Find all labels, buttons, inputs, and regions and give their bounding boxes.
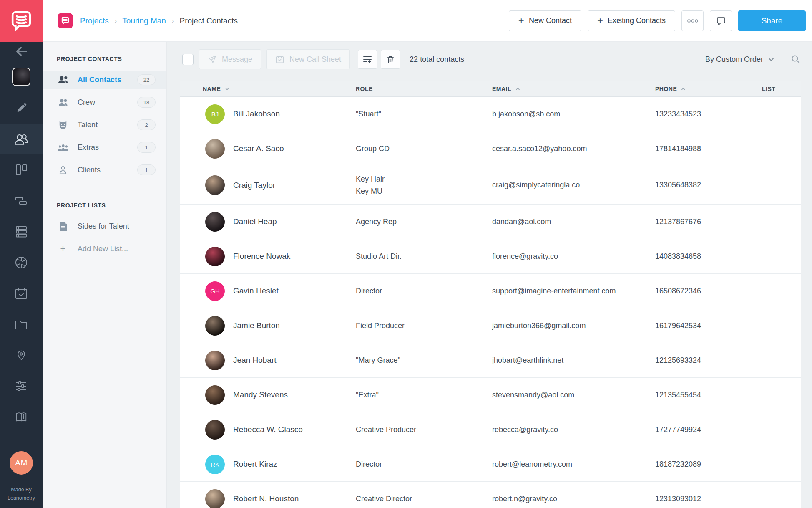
breadcrumb-project[interactable]: Touring Man [122,16,166,25]
sidebar-item-sides-for-talent[interactable]: Sides for Talent [43,217,166,235]
contact-phone: 12137867676 [655,216,762,228]
column-header-email[interactable]: EMAIL [492,86,655,92]
column-header-phone[interactable]: PHONE [655,86,762,92]
contact-avatar [205,385,225,405]
contact-name: Bill Jakobson [233,109,280,119]
table-row[interactable]: BJ Bill Jakobson "Stuart" b.jakobson@sb.… [180,97,801,131]
breadcrumb-separator: › [114,16,117,25]
contact-avatar: BJ [205,104,225,124]
all-contacts-icon [57,75,69,84]
new-call-sheet-button[interactable]: New Call Sheet [266,49,350,69]
contact-name: Rebecca W. Glasco [233,425,303,434]
rail-item-files[interactable] [0,309,43,340]
table-row[interactable]: GH Gavin Heslet Director support@imagine… [180,274,801,308]
sidebar-item-clients[interactable]: Clients 1 [43,161,166,179]
table-row[interactable]: Rebecca W. Glasco Creative Producer rebe… [180,412,801,447]
breadcrumb-current: Project Contacts [180,16,238,25]
contact-avatar [205,316,225,336]
search-button[interactable] [791,54,801,64]
calendar-check-icon [15,287,28,300]
search-icon [791,54,801,64]
left-rail: AM Made By Leanometry [0,42,43,508]
studiobinder-logo-icon [9,9,33,33]
column-header-name[interactable]: NAME [203,86,356,92]
contact-phone: 12313093012 [655,493,762,505]
sidebar-item-label: Talent [78,121,98,129]
filter-button[interactable] [358,50,377,69]
contact-email: b.jakobson@sb.com [492,108,655,120]
contact-role: "Extra" [356,389,492,401]
comments-button[interactable] [710,10,732,31]
sidebar-item-extras[interactable]: Extras 1 [43,138,166,157]
rail-item-boards[interactable] [0,154,43,185]
delete-button[interactable] [381,50,400,69]
contact-phone: 17277749924 [655,424,762,436]
contact-name: Jamie Burton [233,321,280,330]
rail-item-reports[interactable] [0,402,43,432]
sidebar-item-talent[interactable]: Talent 2 [43,116,166,134]
table-row[interactable]: Jamie Burton Field Producer jamieburton3… [180,308,801,343]
project-app-icon[interactable] [58,13,73,28]
contact-role: Creative Producer [356,424,492,436]
add-new-list-button[interactable]: + Add New List... [43,240,166,258]
talent-mask-icon [57,120,69,130]
existing-contacts-button[interactable]: + Existing Contacts [588,10,675,31]
rail-item-settings[interactable] [0,371,43,402]
breadcrumb-projects[interactable]: Projects [80,16,109,25]
sidebar-item-label: Extras [78,143,99,152]
contact-role: Group CD [356,143,492,155]
sort-order-dropdown[interactable]: By Custom Order [705,55,774,64]
column-header-list[interactable]: LIST [762,86,801,92]
rail-item-edit[interactable] [0,93,43,124]
table-row[interactable]: Craig Taylor Key HairKey MU craig@simply… [180,166,801,205]
rail-item-contacts[interactable] [0,124,43,154]
client-person-icon [57,165,69,175]
back-button[interactable] [0,42,43,61]
contact-phone: 12135455454 [655,389,762,401]
chevron-down-icon [768,58,774,61]
contact-phone: 16508672346 [655,285,762,297]
contact-phone: 18187232089 [655,458,762,470]
rail-item-shot-list[interactable] [0,185,43,216]
rail-item-stripboard[interactable] [0,216,43,247]
count-badge: 1 [137,164,156,175]
pencil-icon [15,102,28,114]
contact-avatar [205,175,225,195]
rail-item-locations[interactable] [0,340,43,371]
count-badge: 1 [137,142,156,153]
count-badge: 18 [137,97,156,108]
sort-chevron-icon [225,87,229,91]
contact-avatar [205,420,225,440]
select-all-checkbox[interactable] [182,54,194,65]
new-contact-button[interactable]: + New Contact [509,10,581,31]
more-options-button[interactable] [681,10,704,31]
contact-role: Director [356,458,492,470]
contact-role: Agency Rep [356,216,492,228]
table-row[interactable]: Florence Nowak Studio Art Dir. florence@… [180,239,801,274]
sidebar-item-crew[interactable]: Crew 18 [43,93,166,111]
column-header-role[interactable]: ROLE [356,86,492,92]
table-row[interactable]: Jean Hobart "Mary Grace" jhobart@earthli… [180,343,801,378]
table-row[interactable]: Daniel Heap Agency Rep dandan@aol.com 12… [180,205,801,239]
share-button[interactable]: Share [738,10,806,31]
table-row[interactable]: Cesar A. Saco Group CD cesar.a.saco12@ya… [180,131,801,166]
sidebar-item-label: All Contacts [78,76,121,84]
sidebar-item-all-contacts[interactable]: All Contacts 22 [43,71,166,89]
contact-name: Florence Nowak [233,252,290,261]
rail-item-calendar[interactable] [0,278,43,309]
contact-email: rebecca@gravity.co [492,424,655,436]
user-avatar[interactable]: AM [10,451,33,475]
table-row[interactable]: Robert N. Houston Creative Director robe… [180,482,801,508]
table-row[interactable]: RK Robert Kiraz Director robert@leanomet… [180,447,801,482]
table-row[interactable]: Mandy Stevens "Extra" stevensmandy@aol.c… [180,378,801,412]
plus-icon: + [57,244,69,253]
rail-item-shots[interactable] [0,247,43,278]
project-thumbnail[interactable] [0,61,43,93]
app-logo[interactable] [0,0,43,42]
sort-caret-icon [681,87,686,91]
plus-icon: + [597,16,603,26]
contact-role: Key HairKey MU [356,173,492,197]
total-contacts-text: 22 total contacts [410,55,464,64]
message-button[interactable]: Message [199,49,261,69]
made-by-link[interactable]: Leanometry [8,494,35,502]
